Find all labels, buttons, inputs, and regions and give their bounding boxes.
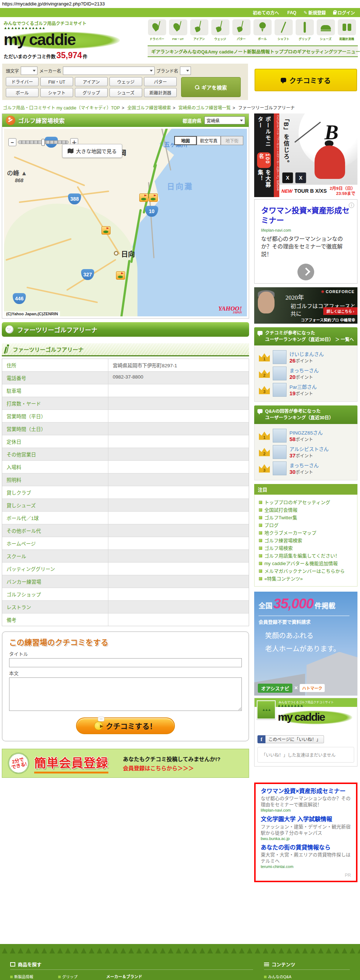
footer-link[interactable]: グリップ [58,974,101,980]
featured-link[interactable]: 地クラブメーカーマップ [259,529,353,537]
footer-link[interactable]: みんなのQ&A [264,974,350,980]
text-ad[interactable]: あなたの街の賃貸情報なら 東大宮・大宮・蕨エリアの賃貸物件探しはテルミへ ter… [261,844,351,869]
featured-link[interactable]: ゴルフ練習場検索 [259,537,353,544]
featured-link[interactable]: «特集コンテンツ» [259,575,353,582]
prefecture-select[interactable]: 宮崎県 [204,116,245,124]
featured-link[interactable]: my caddieアバター＆機能追加情報 [259,560,353,567]
gear-category-button[interactable]: FW・UT [40,77,73,86]
seminar-ad[interactable]: i タワマン投資×資産形成セミナー lifeplan-navi.com なぜ都心… [254,199,357,284]
zoom-slider-handle[interactable] [41,139,45,146]
gear-category-button[interactable]: ボール [6,88,38,97]
top-utility-link[interactable]: FAQ [286,10,296,15]
text-ad-title[interactable]: タワマン投資×資産形成セミナー [261,788,351,795]
signup-banner-link[interactable]: 会員登録はこちらから＞＞＞ [123,764,220,772]
top-utility-link[interactable]: 新規登録 [304,10,326,16]
site-logo[interactable]: my caddie [4,29,124,50]
gear-category-button[interactable]: パター [144,77,177,86]
ad-cta-button[interactable]: 詳しくはこちら › [323,307,357,315]
featured-link[interactable]: ゴルフTwitter集 [259,514,353,522]
gear-search-button[interactable]: ギアを検索 [181,77,241,97]
map-canvas[interactable]: の峰 ▲ 868 五ヶ瀬川 延岡 日向灘 日向 218 388 10 327 4… [4,129,247,317]
view-large-map-button[interactable]: 大きな地図で見る [62,144,122,158]
layer-photo-button[interactable]: 航空写真 [197,136,221,145]
category-item[interactable]: パター [232,19,250,41]
text-ad[interactable]: 文化学園大学 入学試験情報 ファッション・建築・デザイン・観光新宿駅から徒歩７分… [261,816,351,841]
text-ad[interactable]: タワマン投資×資産形成セミナー なぜ都心のタワーマンションなのか？その理由をセミ… [261,788,351,813]
nav-item[interactable]: my caddieノート [211,48,247,55]
zoom-out-button[interactable]: − [8,138,16,146]
category-item[interactable]: ウェッジ [211,19,229,41]
zoom-slider[interactable] [18,140,69,144]
user-link[interactable]: まっちーさん [290,461,319,469]
gear-category-button[interactable]: 距離計測器 [144,88,177,97]
category-item[interactable]: アイアン [190,19,209,41]
category-item[interactable]: シューズ [316,19,335,41]
oasis-navi-ad[interactable]: 全国35,000件掲載 会員登録不要で資料請求 笑顔のあふれる老人ホームがありま… [254,592,357,696]
layer-map-button[interactable]: 地図 [174,136,197,145]
golf-range-marker[interactable] [116,271,125,280]
category-item[interactable]: ボール [253,19,272,41]
maker-select[interactable] [63,67,155,75]
gear-category-button[interactable]: グリップ [75,88,108,97]
featured-link[interactable]: ゴルフ場検索 [259,544,353,552]
logo-block[interactable]: みんなでつくるゴルフ用品クチコミサイト ▲▲ ▲▲▲ ▲▲ ▲▲▲ ▲▲ my … [4,20,145,60]
review-title-label: タイトル [9,650,242,657]
golf-range-marker[interactable] [139,194,148,202]
nav-item[interactable]: みんなのQ&A [183,48,211,55]
brand-select[interactable] [180,67,191,75]
breadcrumb-link[interactable]: ゴルフ用品・口コミサイト my caddie（マイキャディ）TOP [3,105,120,111]
user-link[interactable]: Par三郎さん [290,383,317,390]
featured-link[interactable]: ブログ [259,522,353,529]
user-link[interactable]: アルシビストさん [290,445,329,452]
review-submit-button[interactable]: クチコミする！ [76,718,175,734]
gear-category-button[interactable]: シューズ [110,88,142,97]
post-review-button[interactable]: クチコミする [255,69,357,91]
top-utility-link[interactable]: 初めての方へ [252,10,279,16]
breadcrumb-link[interactable]: 全国ゴルフ練習場検索 [127,105,171,111]
golf-range-marker[interactable] [149,194,158,202]
signup-banner[interactable]: 2分でできる! 簡単会員登録 あなたもクチコミ投稿してみませんか!? 会員登録は… [2,749,249,778]
user-link[interactable]: けいじまんさん [290,350,324,358]
gear-category-button[interactable]: アイアン [75,77,108,86]
yahoo-japan-logo[interactable]: YAHOO!JAPAN [218,305,242,314]
review-body-textarea[interactable] [9,678,242,711]
user-link[interactable]: まっちーさん [290,366,319,374]
page-avatar[interactable]: ▲▲▲ [257,700,276,719]
text-ad-title[interactable]: あなたの街の賃貸情報なら [261,844,351,852]
category-item[interactable]: 距離計測機 [338,19,356,41]
facebook-like-button[interactable]: このページに「いいね！」 [266,735,324,743]
gear-category-button[interactable]: シャフト [40,88,73,97]
breadcrumb-link[interactable]: ファーツリーゴルフアリーナ [238,105,295,111]
featured-link[interactable]: トッププロのギアセッティング [259,498,353,506]
text-ad-title[interactable]: 文化学園大学 入学試験情報 [261,816,351,823]
coreforce-ad[interactable]: COREFORCE 2020年 初ゴルフはコアフォースと共に 詳しくはこちら ›… [254,287,357,324]
browser-url-bar[interactable]: https://mycaddie.jp/drivingrange2.php?DI… [0,0,360,8]
category-item[interactable]: ドライバー [148,19,166,41]
top-utility-link[interactable]: ログイン [333,10,355,16]
ranking-more-link[interactable]: ＞ 一覧へ [335,337,354,343]
gear-category-button[interactable]: ドライバー [6,77,38,86]
category-item[interactable]: シャフト [274,19,293,41]
ad-title[interactable]: タワマン投資×資産形成セミナー [261,205,350,226]
featured-link[interactable]: ゴルフ用語集を編集してください！ [259,552,353,560]
facebook-page-logo[interactable]: my caddie [278,709,354,725]
nav-item[interactable]: 新製品情報 [247,48,270,55]
featured-link[interactable]: 全国試打会情報 [259,506,353,514]
footer-link[interactable]: 新製品情報 [10,974,53,980]
golf-range-marker[interactable] [102,226,110,235]
review-title-input[interactable] [9,658,242,667]
category-item[interactable]: グリップ [295,19,314,41]
nav-item[interactable]: ギアランキング [151,48,183,55]
user-link[interactable]: PINGZZ65さん [290,429,323,436]
gear-category-button[interactable]: ウェッジ [110,77,142,86]
category-item[interactable]: FW・UT [169,19,187,41]
arrow-right-icon[interactable] [298,264,314,280]
initial-select[interactable] [21,67,37,75]
layer-underground-button[interactable]: 地下街 [221,136,243,145]
featured-link[interactable]: メルマガバックナンバーはこちらから [259,567,353,575]
ad-info-icon[interactable]: i [349,202,354,208]
bridgestone-ball-ad[interactable]: ボールモニター100名を大募集！ さらにクチコミで「コーポレートカラーボール1ダ… [254,113,357,197]
nav-item[interactable]: トッププロのギアセッティング [270,48,333,55]
nav-item[interactable]: ツアーニュース [333,48,360,55]
breadcrumb-link[interactable]: 宮崎県のゴルフ練習場一覧 [178,105,231,111]
